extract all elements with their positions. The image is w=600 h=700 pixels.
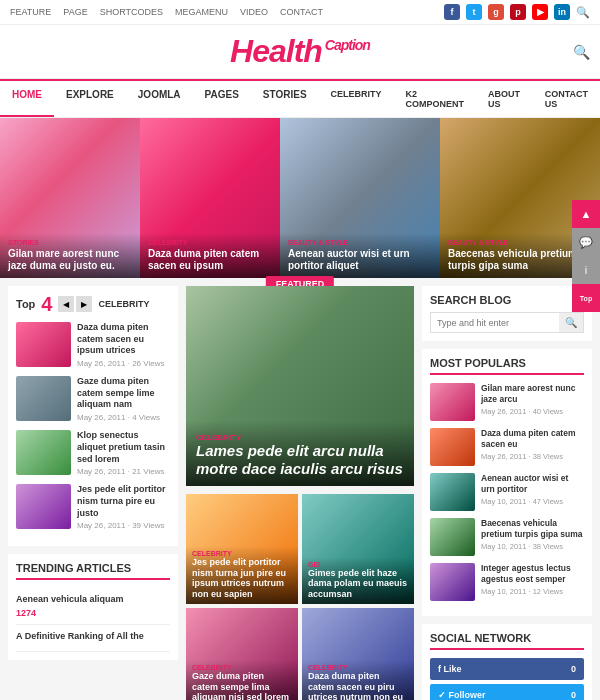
utility-links: FEATURE PAGE SHORTCODES MEGAMENU VIDEO C… <box>10 7 323 17</box>
nav-contact[interactable]: CONTACT US <box>533 81 600 117</box>
featured-wrapper: FEATURED CELEBRITY Lames pede elit arcu … <box>186 286 414 486</box>
top-label: Top <box>16 298 35 310</box>
trending-item-1[interactable]: A Definitive Ranking of All the <box>16 625 170 652</box>
sidebar-item-3[interactable]: Jes pede elit portitor nism turna pire e… <box>16 484 170 530</box>
utility-link-page[interactable]: PAGE <box>63 7 87 17</box>
twitter-icon-btn: ✓ Follower <box>438 690 486 700</box>
left-column: Top 4 ◀ ▶ CELEBRITY Daza duma piten cate… <box>8 286 178 700</box>
mid-item-1[interactable]: GEI Gimes pede elit haze dama polam eu m… <box>302 494 414 604</box>
mid-title-1: Gimes pede elit haze dama polam eu maeui… <box>308 568 408 600</box>
float-info-icon[interactable]: i <box>572 256 600 284</box>
prev-arrow[interactable]: ◀ <box>58 296 74 312</box>
content-area: Top 4 ◀ ▶ CELEBRITY Daza duma piten cate… <box>0 278 600 700</box>
featured-category: CELEBRITY <box>196 433 404 442</box>
nav-celebrity[interactable]: CELEBRITY <box>319 81 394 117</box>
youtube-icon[interactable]: ▶ <box>532 4 548 20</box>
main-nav: HOME EXPLORE JOOMLA PAGES STORIES CELEBR… <box>0 79 600 118</box>
pinterest-icon[interactable]: p <box>510 4 526 20</box>
hero-item-2[interactable]: BEAUTY & STYLE Aenean auctor wisi et urn… <box>280 118 440 278</box>
popular-article-title-3: Baecenas vehicula pretium turpis gipa su… <box>481 518 584 540</box>
next-arrow[interactable]: ▶ <box>76 296 92 312</box>
featured-main[interactable]: CELEBRITY Lames pede elit arcu nulla mot… <box>186 286 414 486</box>
nav-stories[interactable]: STORIES <box>251 81 319 117</box>
nav-arrows: ◀ ▶ <box>58 296 92 312</box>
social-icons-top: f t g p ▶ in 🔍 <box>444 4 590 20</box>
sidebar-meta-3: May 26, 2011 · 39 Views <box>77 521 170 530</box>
header: Health Caption 🔍 <box>0 25 600 79</box>
celebrity-label: CELEBRITY <box>98 299 149 309</box>
mid-item-2[interactable]: CELEBRITY Gaze duma piten catem sempe li… <box>186 608 298 700</box>
popular-item-2[interactable]: Aenean auctor wisi et urn portitor May 1… <box>430 473 584 511</box>
utility-link-shortcodes[interactable]: SHORTCODES <box>100 7 163 17</box>
utility-link-video[interactable]: VIDEO <box>240 7 268 17</box>
popular-article-title-1: Daza duma piten catem sacen eu <box>481 428 584 450</box>
hero-cat-2: BEAUTY & STYLE <box>288 239 432 246</box>
mid-title-2: Gaze duma piten catem sempe lima aliquam… <box>192 671 292 700</box>
utility-link-feature[interactable]: FEATURE <box>10 7 51 17</box>
popular-meta-4: May 10, 2011 · 12 Views <box>481 587 584 596</box>
hero-item-1[interactable]: CELEBRITY Daza duma piten catem sacen eu… <box>140 118 280 278</box>
middle-column: FEATURED CELEBRITY Lames pede elit arcu … <box>186 286 414 700</box>
sidebar-thumb-1 <box>16 376 71 421</box>
twitter-button[interactable]: ✓ Follower 0 <box>430 684 584 700</box>
float-share-icon[interactable]: ▲ <box>572 200 600 228</box>
sidebar-item-0[interactable]: Daza duma piten catem sacen eu ipsum utr… <box>16 322 170 368</box>
nav-pages[interactable]: PAGES <box>193 81 251 117</box>
popular-thumb-1 <box>430 428 475 466</box>
popular-article-title-2: Aenean auctor wisi et urn portitor <box>481 473 584 495</box>
search-input-wrap: 🔍 <box>430 312 584 333</box>
utility-link-megamenu[interactable]: MEGAMENU <box>175 7 228 17</box>
sidebar-thumb-0 <box>16 322 71 367</box>
nav-k2[interactable]: K2 COMPONENT <box>394 81 477 117</box>
facebook-button[interactable]: f Like 0 <box>430 658 584 680</box>
search-input[interactable] <box>431 313 559 332</box>
facebook-icon[interactable]: f <box>444 4 460 20</box>
hero-cat-3: BEAUTY & STYLE <box>448 239 592 246</box>
popular-item-1[interactable]: Daza duma piten catem sacen eu May 26, 2… <box>430 428 584 466</box>
sidebar-meta-1: May 26, 2011 · 4 Views <box>77 413 170 422</box>
trending-item-0[interactable]: Aenean vehicula aliquam 1274 <box>16 588 170 625</box>
float-bar: ▲ 💬 i Top <box>572 200 600 312</box>
nav-joomla[interactable]: JOOMLA <box>126 81 193 117</box>
float-comment-icon[interactable]: 💬 <box>572 228 600 256</box>
facebook-count: 0 <box>571 664 576 674</box>
sidebar-item-2[interactable]: Klop senectus aliquet pretium tasin sed … <box>16 430 170 476</box>
logo-text: Health <box>230 33 322 69</box>
nav-explore[interactable]: EXPLORE <box>54 81 126 117</box>
trending-count-0: 1274 <box>16 608 170 618</box>
hero-grid: STORIES Gilan mare aorest nunc jaze duma… <box>0 118 600 278</box>
facebook-icon-btn: f Like <box>438 664 462 674</box>
utility-link-contact[interactable]: CONTACT <box>280 7 323 17</box>
popular-item-4[interactable]: Integer agestus lectus agestus eost semp… <box>430 563 584 601</box>
sidebar-title-0: Daza duma piten catem sacen eu ipsum utr… <box>77 322 170 357</box>
twitter-icon[interactable]: t <box>466 4 482 20</box>
hero-title-3: Baecenas vehicula pretium turpis gipa su… <box>448 248 592 272</box>
mid-item-3[interactable]: CELEBRITY Daza duma piten catem sacen eu… <box>302 608 414 700</box>
popular-meta-2: May 10, 2011 · 47 Views <box>481 497 584 506</box>
sidebar-title-2: Klop senectus aliquet pretium tasin sed … <box>77 430 170 465</box>
float-top-button[interactable]: Top <box>572 284 600 312</box>
logo[interactable]: Health Caption <box>230 33 370 70</box>
nav-about[interactable]: ABOUT US <box>476 81 533 117</box>
hero-cat-1: CELEBRITY <box>148 239 272 246</box>
mid-item-0[interactable]: CELEBRITY Jes pede elit portitor nism tu… <box>186 494 298 604</box>
popular-thumb-0 <box>430 383 475 421</box>
popular-item-3[interactable]: Baecenas vehicula pretium turpis gipa su… <box>430 518 584 556</box>
popular-meta-0: May 26, 2011 · 40 Views <box>481 407 584 416</box>
googleplus-icon[interactable]: g <box>488 4 504 20</box>
header-search-icon[interactable]: 🔍 <box>573 44 590 60</box>
search-icon-top[interactable]: 🔍 <box>576 6 590 19</box>
popular-item-0[interactable]: Gilan mare aorest nunc jaze arcu May 26,… <box>430 383 584 421</box>
popular-article-title-4: Integer agestus lectus agestus eost semp… <box>481 563 584 585</box>
nav-home[interactable]: HOME <box>0 81 54 117</box>
sidebar-item-1[interactable]: Gaze duma piten catem sempe lime aliquam… <box>16 376 170 422</box>
social-network-title: SOCIAL NETWORK <box>430 632 584 650</box>
mid-cat-3: CELEBRITY <box>308 664 408 671</box>
sidebar-meta-2: May 26, 2011 · 21 Views <box>77 467 170 476</box>
linkedin-icon[interactable]: in <box>554 4 570 20</box>
hero-cat-0: STORIES <box>8 239 132 246</box>
search-submit[interactable]: 🔍 <box>559 313 583 332</box>
sidebar-title-1: Gaze duma piten catem sempe lime aliquam… <box>77 376 170 411</box>
hero-item-0[interactable]: STORIES Gilan mare aorest nunc jaze duma… <box>0 118 140 278</box>
popular-section: MOST POPULARS Gilan mare aorest nunc jaz… <box>422 349 592 616</box>
